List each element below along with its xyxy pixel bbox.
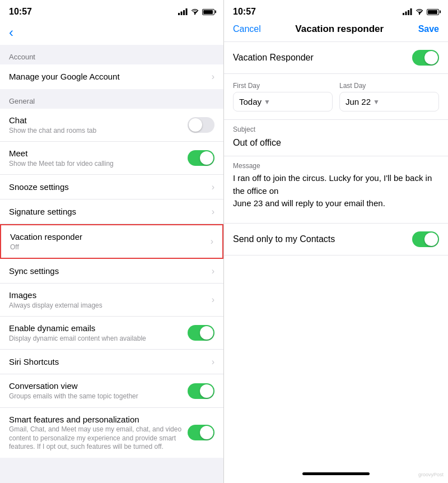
conversation-view-content: Conversation view Groups emails with the… bbox=[9, 380, 188, 401]
message-label: Message bbox=[233, 162, 439, 170]
manage-google-account-content: Manage your Google Account bbox=[9, 71, 207, 82]
signature-title: Signature settings bbox=[9, 206, 207, 217]
subject-label: Subject bbox=[233, 126, 439, 133]
chevron-icon: › bbox=[212, 357, 214, 367]
siri-content: Siri Shortcuts bbox=[9, 356, 207, 368]
message-section: Message I ran off to join the circus. Lu… bbox=[224, 156, 448, 224]
vacation-responder-item[interactable]: Vacation responder Off › bbox=[0, 224, 223, 259]
save-button[interactable]: Save bbox=[418, 24, 439, 34]
back-button[interactable]: ‹ bbox=[9, 25, 13, 40]
subject-value[interactable]: Out of office bbox=[233, 136, 439, 150]
chevron-icon: › bbox=[212, 295, 214, 305]
chat-subtitle: Show the chat and rooms tab bbox=[9, 127, 188, 136]
svg-rect-0 bbox=[178, 13, 180, 15]
last-day-field: Last Day Jun 22 ▼ bbox=[339, 82, 439, 112]
images-title: Images bbox=[9, 290, 207, 301]
svg-rect-2 bbox=[183, 10, 185, 15]
manage-google-account-title: Manage your Google Account bbox=[9, 71, 207, 82]
snooze-content: Snooze settings bbox=[9, 182, 207, 193]
cancel-button[interactable]: Cancel bbox=[233, 24, 261, 34]
first-day-field: First Day Today ▼ bbox=[233, 82, 333, 112]
vacation-title: Vacation responder bbox=[10, 231, 206, 243]
smart-features-subtitle: Gmail, Chat, and Meet may use my email, … bbox=[9, 425, 188, 452]
snooze-item[interactable]: Snooze settings › bbox=[0, 175, 223, 199]
sync-title: Sync settings bbox=[9, 266, 207, 277]
home-indicator bbox=[302, 472, 370, 475]
bottom-bar-right bbox=[224, 464, 448, 483]
conversation-view-item[interactable]: Conversation view Groups emails with the… bbox=[0, 374, 223, 407]
smart-features-toggle[interactable] bbox=[188, 425, 214, 440]
sync-item[interactable]: Sync settings › bbox=[0, 259, 223, 284]
wifi-icon-right bbox=[415, 8, 424, 15]
svg-point-4 bbox=[194, 14, 195, 15]
chevron-icon: › bbox=[212, 72, 214, 82]
chevron-icon: › bbox=[212, 266, 214, 276]
chevron-icon: › bbox=[212, 182, 214, 192]
vacation-toggle-section: Vacation Responder bbox=[224, 42, 448, 74]
images-item[interactable]: Images Always display external images › bbox=[0, 284, 223, 317]
meet-toggle[interactable] bbox=[188, 150, 214, 166]
manage-google-account-item[interactable]: Manage your Google Account › bbox=[0, 64, 223, 89]
svg-rect-8 bbox=[410, 8, 412, 15]
wifi-icon bbox=[190, 8, 199, 15]
chat-content: Chat Show the chat and rooms tab bbox=[9, 115, 188, 135]
last-day-dropdown-arrow: ▼ bbox=[373, 98, 380, 106]
page-title: Vacation responder bbox=[295, 24, 384, 35]
svg-rect-6 bbox=[405, 12, 407, 16]
right-panel: 10:57 Cancel Vacation responder Save bbox=[224, 0, 448, 483]
contacts-toggle[interactable] bbox=[412, 231, 439, 247]
chat-toggle[interactable] bbox=[188, 117, 214, 133]
first-day-select[interactable]: Today ▼ bbox=[233, 92, 333, 112]
svg-rect-7 bbox=[408, 10, 409, 15]
dynamic-emails-item[interactable]: Enable dynamic emails Display dynamic em… bbox=[0, 317, 223, 350]
vacation-toggle-label: Vacation Responder bbox=[233, 53, 314, 63]
left-time: 10:57 bbox=[9, 7, 32, 17]
message-value[interactable]: I ran off to join the circus. Lucky for … bbox=[233, 172, 439, 210]
back-button-row: ‹ bbox=[0, 20, 223, 45]
svg-rect-1 bbox=[181, 12, 183, 16]
vacation-responder-toggle[interactable] bbox=[412, 50, 439, 66]
siri-item[interactable]: Siri Shortcuts › bbox=[0, 350, 223, 374]
dynamic-emails-toggle[interactable] bbox=[188, 325, 214, 341]
meet-item[interactable]: Meet Show the Meet tab for video calling bbox=[0, 142, 223, 175]
signal-icon-right bbox=[403, 8, 412, 15]
conversation-view-toggle[interactable] bbox=[188, 383, 214, 399]
general-group: Chat Show the chat and rooms tab Meet Sh… bbox=[0, 109, 223, 458]
meet-content: Meet Show the Meet tab for video calling bbox=[9, 148, 188, 168]
chat-title: Chat bbox=[9, 115, 188, 126]
dynamic-emails-content: Enable dynamic emails Display dynamic em… bbox=[9, 323, 188, 343]
conversation-view-title: Conversation view bbox=[9, 380, 188, 392]
first-day-label: First Day bbox=[233, 82, 333, 90]
left-panel: 10:57 ‹ Account Ma bbox=[0, 0, 224, 483]
meet-subtitle: Show the Meet tab for video calling bbox=[9, 160, 188, 169]
smart-features-title: Smart features and personalization bbox=[9, 414, 188, 425]
first-day-dropdown-arrow: ▼ bbox=[264, 98, 270, 106]
right-time: 10:57 bbox=[233, 7, 256, 17]
vacation-content: Vacation responder Off bbox=[10, 231, 206, 252]
battery-icon-right bbox=[427, 9, 439, 15]
last-day-label: Last Day bbox=[339, 82, 439, 90]
meet-title: Meet bbox=[9, 148, 188, 159]
smart-features-item[interactable]: Smart features and personalization Gmail… bbox=[0, 408, 223, 458]
last-day-select[interactable]: Jun 22 ▼ bbox=[339, 92, 439, 112]
right-status-icons bbox=[403, 8, 439, 15]
right-content: Vacation Responder First Day Today ▼ Las… bbox=[224, 42, 448, 464]
first-day-value: Today bbox=[239, 97, 262, 106]
siri-title: Siri Shortcuts bbox=[9, 356, 207, 368]
snooze-title: Snooze settings bbox=[9, 182, 207, 193]
svg-point-9 bbox=[419, 14, 420, 15]
chat-item[interactable]: Chat Show the chat and rooms tab bbox=[0, 109, 223, 142]
vacation-subtitle: Off bbox=[10, 243, 206, 252]
watermark: groovyPost bbox=[418, 472, 444, 477]
account-group: Manage your Google Account › bbox=[0, 64, 223, 89]
contacts-label: Send only to my Contacts bbox=[233, 234, 335, 244]
account-section-header: Account bbox=[0, 45, 223, 64]
status-bar-right: 10:57 bbox=[224, 0, 448, 20]
date-row: First Day Today ▼ Last Day Jun 22 ▼ bbox=[224, 74, 448, 120]
signature-item[interactable]: Signature settings › bbox=[0, 199, 223, 224]
signal-icon bbox=[178, 8, 188, 15]
dynamic-emails-title: Enable dynamic emails bbox=[9, 323, 188, 334]
subject-section: Subject Out of office bbox=[224, 120, 448, 156]
nav-bar: Cancel Vacation responder Save bbox=[224, 20, 448, 42]
images-content: Images Always display external images bbox=[9, 290, 207, 310]
